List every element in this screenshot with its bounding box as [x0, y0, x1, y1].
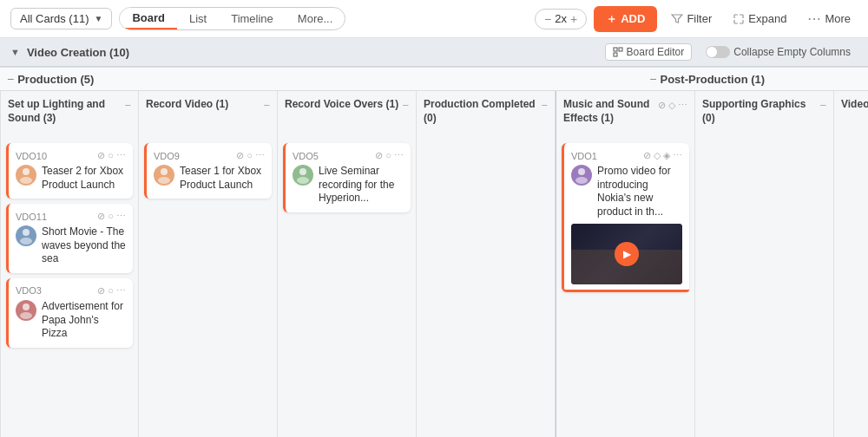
- card-progress-bar: [564, 290, 689, 292]
- toolbar: All Cards (11) ▼ Board List Timeline Mor…: [0, 0, 868, 38]
- block-icon4[interactable]: ⊘: [236, 150, 244, 161]
- card-vdo9: VDO9 ⊘ ○ ⋯ Te: [144, 143, 272, 199]
- more-icon6[interactable]: ⋯: [673, 150, 682, 161]
- card-title-vdo9: Teaser 1 for Xbox Product Launch: [180, 165, 265, 192]
- link-icon2[interactable]: ○: [108, 211, 114, 222]
- production-collapse[interactable]: −: [7, 72, 14, 86]
- card-id-vdo11: VDO11: [16, 212, 94, 222]
- card-title-vdo11: Short Movie - The waves beyond the sea: [42, 225, 126, 266]
- col-cards-editing: [834, 140, 868, 437]
- link-icon5[interactable]: ○: [385, 150, 391, 161]
- add-button[interactable]: ＋ ADD: [594, 6, 657, 32]
- group-title: Video Creation (10): [27, 46, 129, 59]
- col-minus-completed[interactable]: −: [541, 99, 548, 112]
- filter-label: All Cards (11): [20, 12, 89, 25]
- more-icon5[interactable]: ⋯: [394, 150, 404, 161]
- block-icon2[interactable]: ⊘: [97, 211, 105, 222]
- col-lighting-sound: Set up Lighting and Sound (3) − VDO10 ⊘ …: [0, 91, 139, 437]
- production-title: Production (5): [17, 73, 94, 86]
- card-title-vdo10: Teaser 2 for Xbox Product Launch: [42, 165, 126, 192]
- card-vdo5: VDO5 ⊘ ○ ⋯ Li: [283, 143, 411, 212]
- svg-rect-0: [614, 48, 617, 51]
- col-title-record: Record Video (1): [146, 98, 260, 112]
- video-thumbnail[interactable]: ▶: [571, 224, 682, 284]
- svg-point-10: [158, 177, 170, 184]
- card-id-vdo3: VDO3: [16, 285, 94, 296]
- col-cards-graphics: [695, 140, 833, 437]
- card-vdo1: VDO1 ⊘ ◇ ◈ ⋯: [562, 143, 689, 292]
- svg-point-3: [23, 168, 30, 175]
- card-title-vdo3: Advertisement for Papa John's Pizza: [42, 300, 126, 341]
- tab-timeline[interactable]: Timeline: [219, 9, 286, 29]
- board-area: ▼ Video Creation (10) Board Editor Colla…: [0, 38, 868, 437]
- svg-point-9: [161, 168, 168, 175]
- board-editor-button[interactable]: Board Editor: [605, 43, 693, 61]
- avatar-vdo5: [293, 165, 313, 186]
- card-id-vdo5: VDO5: [293, 151, 372, 161]
- col-title-graphics: Supporting Graphics (0): [702, 98, 816, 125]
- tab-more[interactable]: More...: [286, 9, 345, 29]
- toggle-switch[interactable]: [706, 46, 730, 58]
- col-title-completed: Production Completed (0): [424, 98, 537, 125]
- col-minus-record[interactable]: −: [263, 99, 270, 112]
- svg-rect-1: [619, 48, 622, 51]
- col-supporting-graphics: Supporting Graphics (0) −: [695, 91, 834, 437]
- group-toggle[interactable]: ▼: [10, 47, 20, 57]
- col-cards-completed: [417, 140, 555, 437]
- svg-point-12: [297, 177, 309, 184]
- avatar-vdo11: [16, 225, 36, 246]
- link-icon4[interactable]: ○: [247, 150, 253, 161]
- more-icon[interactable]: ⋯: [116, 150, 126, 161]
- zoom-minus-button[interactable]: −: [544, 12, 551, 26]
- avatar-vdo1: [571, 165, 592, 186]
- filter-button[interactable]: Filter: [664, 9, 719, 29]
- avatar-vdo3: [16, 300, 36, 321]
- expand-button[interactable]: Expand: [726, 9, 793, 29]
- block-icon3[interactable]: ⊘: [97, 285, 105, 297]
- col-video-editing: Video Editi...: [834, 91, 868, 437]
- more-icon2[interactable]: ⋯: [116, 211, 126, 222]
- svg-point-14: [575, 177, 588, 184]
- postproduction-collapse[interactable]: −: [649, 72, 656, 86]
- link-icon-sound[interactable]: ◇: [668, 100, 675, 111]
- col-record-video: Record Video (1) − VDO9 ⊘ ○ ⋯: [139, 91, 278, 437]
- chevron-down-icon: ▼: [94, 14, 102, 23]
- postproduction-title: Post-Production (1): [660, 73, 765, 86]
- block-icon5[interactable]: ⊘: [375, 150, 383, 161]
- collapse-button[interactable]: Collapse Empty Columns: [699, 44, 858, 60]
- col-minus-voice[interactable]: −: [402, 99, 409, 112]
- app-container: All Cards (11) ▼ Board List Timeline Mor…: [0, 0, 868, 437]
- col-cards-record: VDO9 ⊘ ○ ⋯ Te: [139, 140, 277, 437]
- link-icon6[interactable]: ◇: [654, 150, 661, 161]
- col-production-completed: Production Completed (0) −: [417, 91, 556, 437]
- columns-container: Set up Lighting and Sound (3) − VDO10 ⊘ …: [0, 91, 868, 437]
- tag-icon6[interactable]: ◈: [663, 150, 670, 161]
- link-icon[interactable]: ○: [108, 150, 114, 161]
- plus-icon: ＋: [606, 11, 617, 27]
- board-editor-icon: [613, 47, 623, 57]
- block-icon-sound[interactable]: ⊘: [658, 100, 666, 111]
- all-cards-filter[interactable]: All Cards (11) ▼: [10, 8, 112, 29]
- svg-point-8: [20, 312, 32, 319]
- tab-board[interactable]: Board: [120, 8, 177, 29]
- col-cards-lighting: VDO10 ⊘ ○ ⋯ T: [1, 140, 138, 437]
- block-icon[interactable]: ⊘: [97, 150, 105, 161]
- svg-point-5: [23, 229, 30, 236]
- svg-point-4: [20, 177, 32, 184]
- more-icon4[interactable]: ⋯: [255, 150, 265, 161]
- col-title-editing: Video Editi...: [841, 98, 868, 112]
- ellipsis-icon: ⋯: [807, 10, 821, 27]
- block-icon6[interactable]: ⊘: [643, 150, 651, 161]
- tab-list[interactable]: List: [177, 9, 219, 29]
- zoom-plus-button[interactable]: +: [570, 12, 577, 26]
- svg-point-11: [299, 168, 306, 175]
- col-minus-lighting[interactable]: −: [124, 99, 131, 112]
- zoom-level: 2x: [555, 12, 567, 25]
- link-icon3[interactable]: ○: [108, 285, 114, 297]
- col-minus-graphics[interactable]: −: [819, 99, 826, 112]
- svg-point-6: [20, 238, 32, 245]
- card-id-vdo9: VDO9: [154, 151, 233, 161]
- more-icon-sound[interactable]: ⋯: [678, 100, 687, 111]
- more-icon3[interactable]: ⋯: [116, 285, 126, 297]
- more-button[interactable]: ⋯ More: [800, 7, 858, 30]
